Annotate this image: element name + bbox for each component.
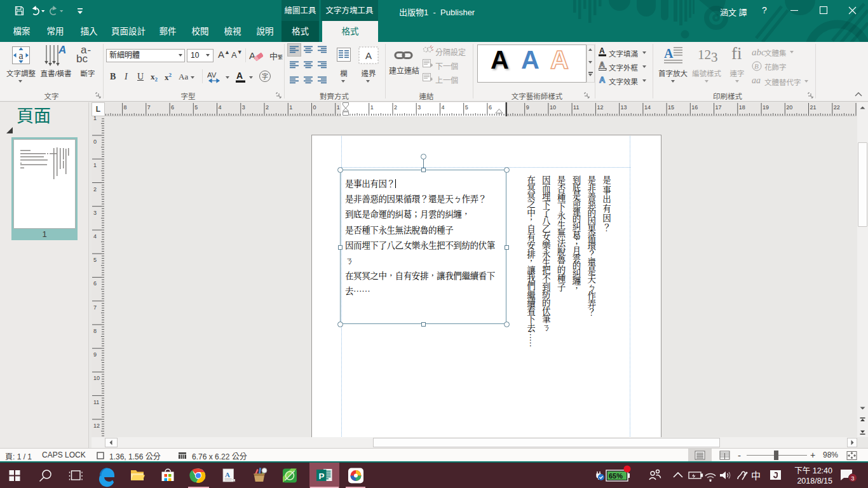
svg-text:6: 6 — [93, 280, 97, 287]
svg-text:9: 9 — [526, 104, 529, 111]
svg-text:10: 10 — [93, 375, 100, 381]
svg-text:11: 11 — [93, 399, 99, 405]
svg-text:A: A — [599, 75, 606, 85]
svg-text:A: A — [249, 50, 255, 61]
svg-text:7: 7 — [147, 104, 151, 111]
svg-text:12: 12 — [93, 423, 100, 429]
svg-text:A: A — [599, 47, 605, 55]
svg-text:3: 3 — [93, 210, 97, 216]
svg-text:AV: AV — [207, 71, 217, 79]
svg-text:1: 1 — [289, 104, 292, 111]
svg-text:4: 4 — [442, 104, 445, 111]
svg-text:13: 13 — [621, 104, 627, 111]
svg-text:20: 20 — [786, 104, 792, 111]
svg-text:3: 3 — [851, 475, 854, 482]
svg-text:a: a — [18, 50, 23, 61]
svg-text:18: 18 — [739, 104, 745, 111]
svg-text:2: 2 — [266, 104, 269, 111]
svg-text:0: 0 — [313, 104, 316, 111]
svg-text:1: 1 — [93, 162, 97, 168]
svg-text:22: 22 — [834, 104, 840, 111]
svg-text:1: 1 — [93, 116, 97, 121]
svg-text:A: A — [225, 471, 230, 478]
svg-text:21: 21 — [810, 104, 817, 111]
svg-text:19: 19 — [763, 104, 769, 111]
svg-text:4: 4 — [93, 233, 97, 240]
svg-text:0: 0 — [93, 139, 97, 145]
svg-text:12: 12 — [597, 104, 603, 111]
svg-text:9: 9 — [93, 351, 97, 358]
svg-text:3: 3 — [417, 104, 421, 111]
svg-text:A: A — [236, 71, 243, 81]
svg-text:2: 2 — [394, 104, 397, 111]
svg-text:6: 6 — [489, 104, 492, 111]
svg-text:14: 14 — [644, 104, 651, 111]
svg-text:3: 3 — [242, 104, 245, 111]
svg-text:15: 15 — [668, 104, 674, 111]
svg-text:字: 字 — [262, 71, 268, 81]
svg-text:A: A — [58, 44, 66, 56]
svg-text:6: 6 — [171, 104, 174, 111]
svg-text:8: 8 — [124, 104, 127, 111]
svg-text:7: 7 — [93, 304, 97, 311]
svg-text:A: A — [599, 61, 605, 69]
svg-text:A: A — [664, 46, 674, 60]
svg-text:5: 5 — [194, 104, 198, 111]
svg-text:1: 1 — [337, 104, 340, 111]
svg-text:5: 5 — [465, 104, 468, 111]
svg-text:2: 2 — [93, 186, 97, 193]
svg-text:P: P — [319, 471, 325, 481]
svg-text:10: 10 — [550, 104, 556, 111]
svg-text:5: 5 — [93, 257, 97, 263]
svg-text:B: B — [754, 62, 759, 70]
svg-text:A: A — [365, 50, 372, 61]
svg-text:65%: 65% — [609, 472, 623, 480]
svg-text:17: 17 — [715, 104, 722, 111]
svg-text:8: 8 — [93, 328, 97, 334]
svg-text:11: 11 — [573, 104, 579, 111]
svg-text:1: 1 — [370, 104, 374, 111]
svg-text:4: 4 — [219, 104, 222, 111]
svg-text:16: 16 — [691, 104, 698, 111]
